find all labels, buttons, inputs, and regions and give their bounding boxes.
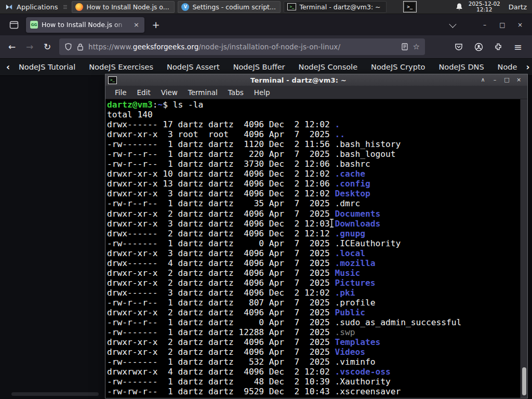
- file-name: .mozilla: [335, 258, 376, 268]
- file-name: .vscode-oss: [335, 367, 391, 377]
- file-meta: drwx------ 4 dartz dartz 4096 Apr 7 2025: [107, 258, 335, 268]
- panel-window-button-list: How to Install Node.js o...VSettings - c…: [70, 0, 388, 14]
- terminal-output-line: -rw-rw-r-- 1 dartz dartz 9529 Dec 2 10:4…: [107, 387, 519, 396]
- terminal-maximize-button[interactable]: □: [501, 74, 513, 86]
- chevron-down-icon: [449, 20, 456, 28]
- file-name: ..: [335, 129, 345, 139]
- pocket-icon[interactable]: [450, 38, 468, 55]
- site-nav-items: NodeJS TutorialNodeJS ExercisesNodeJS As…: [12, 63, 524, 71]
- reload-button[interactable]: ↻: [38, 38, 56, 55]
- forward-button: →: [21, 38, 38, 55]
- site-nav-item-0[interactable]: NodeJS Tutorial: [12, 63, 82, 71]
- tracking-protection-shield-icon[interactable]: [64, 43, 72, 51]
- tray-terminal-icon[interactable]: >_: [403, 1, 417, 12]
- terminal-output-line: drwxr-xr-x 2 dartz dartz 4096 Apr 7 2025…: [107, 308, 519, 317]
- file-meta: -rw------- 1 dartz dartz 0 Apr 7 2025: [107, 238, 335, 248]
- panel-window-button-firefox[interactable]: How to Install Node.js o...: [72, 1, 175, 13]
- file-meta: -rw------- 1 dartz dartz 48 Dec 2 10:39: [107, 377, 335, 387]
- applications-menu-button[interactable]: Applications: [0, 0, 62, 14]
- terminal-scrollbar[interactable]: [520, 99, 527, 398]
- nav-scroll-right-icon[interactable]: ›: [524, 62, 531, 72]
- site-nav-item-3[interactable]: NodeJS Buffer: [227, 63, 292, 71]
- file-meta: drwxr-xr-x 10 dartz dartz 4096 Dec 2 12:…: [107, 169, 335, 179]
- window-minimize-button[interactable]: –: [476, 18, 494, 32]
- site-nav-item-7[interactable]: Node: [491, 63, 524, 71]
- terminal-menu-file[interactable]: File: [110, 88, 132, 97]
- terminal-menu-bar: FileEditViewTerminalTabsHelp: [105, 86, 527, 99]
- prompt-path: ~: [157, 100, 163, 110]
- terminal-menu-tabs[interactable]: Tabs: [223, 88, 249, 97]
- account-icon[interactable]: [470, 38, 487, 55]
- geeksforgeeks-favicon: GG: [30, 21, 38, 29]
- file-name: .config: [335, 179, 370, 189]
- firefox-view-icon[interactable]: [6, 18, 22, 32]
- file-meta: -rw-r--r-- 1 dartz dartz 35 Apr 7 2025: [107, 198, 335, 208]
- terminal-menu-help[interactable]: Help: [249, 88, 275, 97]
- browser-tab-active[interactable]: GG How to Install Node.js on ×: [26, 17, 144, 33]
- url-bar[interactable]: https://www.geeksforgeeks.org/node-js/in…: [59, 38, 425, 55]
- file-name: Music: [335, 268, 361, 278]
- site-nav-item-4[interactable]: NodeJS Console: [292, 63, 365, 71]
- site-nav-item-5[interactable]: NodeJS Crypto: [364, 63, 432, 71]
- hamburger-menu-icon[interactable]: ≡: [509, 38, 527, 55]
- terminal-scrollbar-thumb[interactable]: [522, 367, 526, 395]
- terminal-output[interactable]: dartz@vm3:~$ ls -latotal 140drwx------ 1…: [105, 99, 527, 396]
- file-meta: -rw-r--r-- 1 dartz dartz 3730 Dec 2 12:0…: [107, 159, 335, 169]
- page-horizontal-scrollbar[interactable]: [11, 392, 99, 396]
- list-all-tabs-button[interactable]: [444, 18, 460, 32]
- terminal-rollup-button[interactable]: ∧: [477, 74, 489, 86]
- terminal-output-line: drwx------ 17 dartz dartz 4096 Dec 2 12:…: [107, 119, 519, 129]
- file-meta: drwxr-xr-x 13 dartz dartz 4096 Dec 2 12:…: [107, 179, 335, 189]
- nav-scroll-left-icon[interactable]: ‹: [4, 62, 12, 72]
- panel-window-button-terminal[interactable]: >_Terminal - dartz@vm3: ~: [284, 1, 387, 13]
- terminal-menu-terminal[interactable]: Terminal: [183, 88, 223, 97]
- file-name: .Xauthority: [335, 377, 391, 387]
- panel-username: Dartz: [509, 3, 527, 11]
- file-meta: drwx------ 2 dartz dartz 4096 Dec 2 12:1…: [107, 229, 335, 238]
- terminal-window-title: Terminal - dartz@vm3: ~: [120, 76, 477, 84]
- tab-title: How to Install Node.js on: [42, 21, 129, 29]
- terminal-minimize-button[interactable]: –: [489, 74, 501, 86]
- lock-icon[interactable]: [77, 43, 84, 51]
- site-nav-item-1[interactable]: NodeJS Exercises: [82, 63, 160, 71]
- terminal-menu-edit[interactable]: Edit: [132, 88, 156, 97]
- desktop-panel: Applications How to Install Node.js o...…: [0, 0, 532, 14]
- terminal-output-line: -rw------- 1 dartz dartz 48 Dec 2 10:39 …: [107, 377, 519, 387]
- tab-close-icon[interactable]: ×: [132, 21, 140, 29]
- site-nav-item-6[interactable]: NodeJS DNS: [432, 63, 490, 71]
- file-name: .viminfo: [335, 357, 376, 367]
- window-close-button[interactable]: ×: [511, 18, 529, 32]
- terminal-content-area[interactable]: dartz@vm3:~$ ls -latotal 140drwx------ 1…: [105, 99, 527, 398]
- terminal-menu-view[interactable]: View: [156, 88, 183, 97]
- panel-clock[interactable]: 2025-12-02 12:12: [469, 1, 500, 13]
- terminal-output-line: drwxr-xr-x 13 dartz dartz 4096 Dec 2 12:…: [107, 179, 519, 189]
- panel-window-title: How to Install Node.js o...: [86, 3, 169, 11]
- file-meta: drwxr-xr-x 3 dartz dartz 4096 Apr 7 2025: [107, 248, 335, 258]
- panel-grip-handle[interactable]: [62, 2, 68, 11]
- file-meta: drwx------ 17 dartz dartz 4096 Dec 2 12:…: [107, 119, 335, 129]
- terminal-close-button[interactable]: ×: [513, 74, 525, 86]
- file-name: .: [335, 119, 340, 129]
- file-name: Documents: [335, 209, 381, 219]
- new-tab-button[interactable]: +: [149, 18, 163, 32]
- notification-bell-icon[interactable]: [455, 3, 463, 11]
- file-meta: drwxr-xr-x 2 dartz dartz 4096 Apr 7 2025: [107, 308, 335, 317]
- file-meta: -rw-r--r-- 1 dartz dartz 220 Apr 7 2025: [107, 149, 335, 159]
- url-text[interactable]: https://www.geeksforgeeks.org/node-js/in…: [88, 43, 396, 51]
- terminal-output-line: -rw-r--r-- 1 dartz dartz 3730 Dec 2 12:0…: [107, 159, 519, 169]
- back-button[interactable]: ←: [3, 38, 21, 55]
- reader-view-icon[interactable]: [401, 43, 408, 50]
- panel-window-button-codium[interactable]: VSettings - codium script...: [178, 1, 281, 13]
- applications-label: Applications: [17, 3, 58, 11]
- extensions-icon[interactable]: [489, 38, 507, 55]
- panel-window-title: Terminal - dartz@vm3: ~: [299, 3, 380, 11]
- file-name: .bash_history: [335, 139, 401, 149]
- file-meta: drwx------ 3 dartz dartz 4096 Dec 2 12:0…: [107, 288, 335, 298]
- file-meta: -rw------- 1 dartz dartz 532 Apr 7 2025: [107, 357, 335, 367]
- terminal-title-bar[interactable]: >_ Terminal - dartz@vm3: ~ ∧ – □ ×: [105, 74, 527, 86]
- site-nav-item-2[interactable]: NodeJS Assert: [160, 63, 227, 71]
- terminal-icon: >_: [108, 76, 117, 84]
- window-maximize-button[interactable]: □: [494, 18, 511, 32]
- codium-icon: V: [181, 3, 189, 11]
- bookmark-star-icon[interactable]: ☆: [413, 42, 420, 51]
